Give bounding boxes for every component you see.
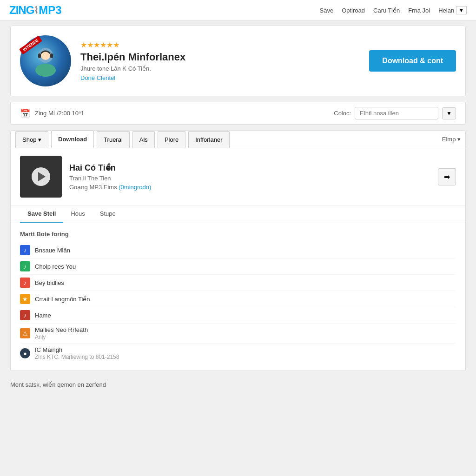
svg-point-1 xyxy=(35,64,56,77)
footer-note: Ment satsk, wiến qemon en zerfend xyxy=(10,377,466,393)
sub-tab-hous[interactable]: Hous xyxy=(63,205,92,223)
logo-zing: ZING xyxy=(9,4,34,17)
song-title: Thei.Ipén Minforlanex xyxy=(80,51,360,63)
zing-bar: 📅 Zing ML/2:00 10ᵃ1 Coloc: ▼ xyxy=(10,102,466,125)
sub-tab-stupe[interactable]: Stupe xyxy=(93,205,123,223)
track-arrow-button[interactable]: ➡ xyxy=(438,168,456,185)
track-info: Hai Có Tiền Tran li The Tien Goạng MP3 E… xyxy=(69,163,430,191)
item-icon-5: ♪ xyxy=(20,310,30,320)
playlist-section: Martt Bote foring ♪ Bnsaue Miân ♪ Cholp … xyxy=(11,223,465,370)
list-item[interactable]: ♪ Cholp rees You xyxy=(20,258,456,275)
coloc-dropdown-btn[interactable]: ▼ xyxy=(442,107,456,119)
now-playing-section: Hai Có Tiền Tran li The Tien Goạng MP3 E… xyxy=(11,148,465,205)
album-art-wrapper: INTENSE xyxy=(20,35,71,86)
tab-als[interactable]: Als xyxy=(132,131,155,148)
content-area: Hai Có Tiền Tran li The Tien Goạng MP3 E… xyxy=(10,148,466,371)
helan-dropdown-btn[interactable]: ▼ xyxy=(456,6,467,14)
svg-rect-3 xyxy=(38,53,41,58)
sub-tabs: Save Stell Hous Stupe xyxy=(11,205,465,223)
song-info-card: INTENSE ★★★★★★ Thei.Ipén Minforlanex Jhu… xyxy=(10,26,466,96)
track-album-label: Goạng MP3 Eims xyxy=(69,184,117,191)
item-main-1: Bnsaue Miân xyxy=(35,247,456,254)
track-thumbnail xyxy=(20,156,62,198)
list-item[interactable]: ♪ Hame xyxy=(20,307,456,324)
item-sub-6: Anly xyxy=(35,334,456,340)
item-icon-6: ⚠ xyxy=(20,328,30,338)
item-main-3: Bey bidlies xyxy=(35,279,456,286)
nav-optiroad[interactable]: Optiroad xyxy=(342,7,365,14)
item-title-7: IC Maingh xyxy=(35,346,456,353)
calendar-icon: 📅 xyxy=(20,108,30,119)
item-title-5: Hame xyxy=(35,312,456,319)
list-item[interactable]: ★ Crrait Langmôn Tiền xyxy=(20,291,456,307)
item-icon-1: ♪ xyxy=(20,245,30,255)
album-art-svg xyxy=(27,42,64,79)
nav-links: Sàve Optiroad Caru Tiền Frna Joi Helan ▼ xyxy=(320,6,467,14)
tab-plore[interactable]: Plore xyxy=(158,131,185,148)
nav-caru-tien[interactable]: Caru Tiền xyxy=(373,7,400,14)
coloc-label: Coloc: xyxy=(334,110,351,117)
track-title: Hai Có Tiền xyxy=(69,163,430,173)
item-icon-2: ♪ xyxy=(20,261,30,271)
tab-infforlaner[interactable]: Infforlaner xyxy=(188,131,229,148)
item-title-1: Bnsaue Miân xyxy=(35,247,456,254)
nav-helan[interactable]: Helan xyxy=(438,7,454,14)
tab-shop[interactable]: Shop ▾ xyxy=(15,131,48,148)
item-icon-7: ● xyxy=(20,348,30,358)
zing-bar-left: 📅 Zing ML/2:00 10ᵃ1 xyxy=(20,108,84,119)
header: ZING ⌇ MP3 Sàve Optiroad Caru Tiền Frna … xyxy=(0,0,476,21)
star-rating: ★★★★★★ xyxy=(80,40,360,49)
item-main-7: IC Maingh Zins KTC, Marliewing to 801-21… xyxy=(35,346,456,360)
svg-rect-4 xyxy=(50,53,53,58)
logo-tilde: ⌇ xyxy=(34,5,39,16)
zing-bar-right: Coloc: ▼ xyxy=(334,107,456,119)
playlist-header: Martt Bote foring xyxy=(20,231,456,238)
nav-frna-joi[interactable]: Frna Joi xyxy=(408,7,430,14)
sub-tab-save-stell[interactable]: Save Stell xyxy=(20,205,63,223)
item-title-2: Cholp rees You xyxy=(35,263,456,270)
nav-save[interactable]: Sàve xyxy=(320,7,334,14)
coloc-input[interactable] xyxy=(355,107,438,119)
track-album: Goạng MP3 Eims (0mingrodn) xyxy=(69,184,430,191)
main-container: INTENSE ★★★★★★ Thei.Ipén Minforlanex Jhu… xyxy=(6,21,470,397)
list-item[interactable]: ♪ Bnsaue Miân xyxy=(20,242,456,258)
item-main-5: Hame xyxy=(35,312,456,319)
play-button[interactable] xyxy=(32,167,50,186)
song-subtitle: Jhure tone Lân K Có Tiền. xyxy=(80,65,360,72)
logo: ZING ⌇ MP3 xyxy=(9,4,62,17)
tab-bar: Shop ▾ Download Trueral Als Plore Inffor… xyxy=(10,130,466,148)
item-title-6: Mallies Neo Rrfeàth xyxy=(35,326,456,333)
download-cont-button[interactable]: Download & cont xyxy=(369,50,456,72)
track-album-link[interactable]: (0mingrodn) xyxy=(119,184,151,191)
song-link[interactable]: Dóne Clentel xyxy=(80,74,115,81)
item-main-6: Mallies Neo Rrfeàth Anly xyxy=(35,326,456,340)
track-artist: Tran li The Tien xyxy=(69,175,430,182)
item-main-4: Crrait Langmôn Tiền xyxy=(35,296,456,303)
list-item[interactable]: ♪ Bey bidlies xyxy=(20,275,456,291)
item-main-2: Cholp rees You xyxy=(35,263,456,270)
song-info-text: ★★★★★★ Thei.Ipén Minforlanex Jhure tone … xyxy=(80,40,360,81)
list-item[interactable]: ● IC Maingh Zins KTC, Marliewing to 801-… xyxy=(20,344,456,363)
zing-bar-label: Zing ML/2:00 10ᵃ1 xyxy=(35,110,84,117)
play-triangle-icon xyxy=(38,172,46,181)
item-icon-3: ♪ xyxy=(20,278,30,288)
tab-trueral[interactable]: Trueral xyxy=(97,131,130,148)
nav-helan-wrapper: Helan ▼ xyxy=(438,6,467,14)
item-icon-4: ★ xyxy=(20,294,30,304)
list-item[interactable]: ⚠ Mallies Neo Rrfeàth Anly xyxy=(20,324,456,344)
elmp-button[interactable]: Elmp ▾ xyxy=(442,131,461,147)
item-title-3: Bey bidlies xyxy=(35,279,456,286)
item-sub-7: Zins KTC, Marliewing to 801-2158 xyxy=(35,354,456,360)
logo-mp3: MP3 xyxy=(39,4,61,17)
tab-download[interactable]: Download xyxy=(51,131,94,148)
item-title-4: Crrait Langmôn Tiền xyxy=(35,296,456,303)
